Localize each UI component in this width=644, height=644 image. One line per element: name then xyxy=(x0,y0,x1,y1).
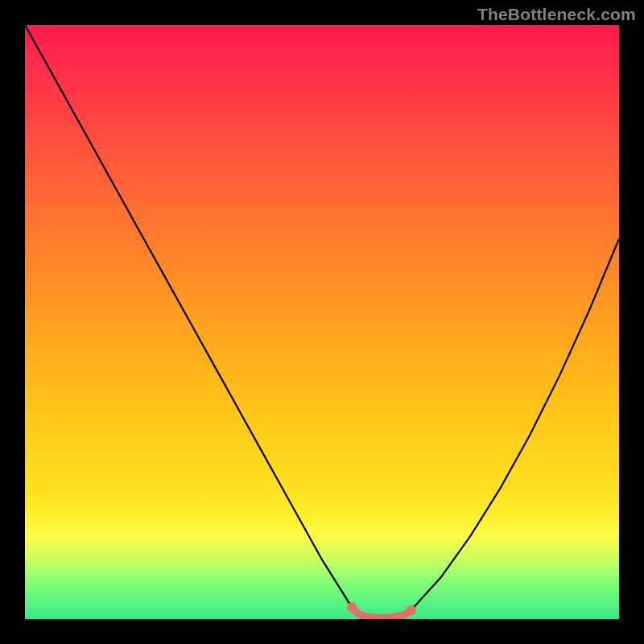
plot-area xyxy=(25,25,619,619)
chart-frame: TheBottleneck.com xyxy=(0,0,644,644)
optimal-range-start-dot xyxy=(347,602,357,612)
optimal-range-end-dot xyxy=(407,605,416,615)
chart-svg xyxy=(25,25,619,619)
optimal-range-segment xyxy=(352,607,411,617)
bottleneck-curve xyxy=(25,25,619,618)
watermark-text: TheBottleneck.com xyxy=(477,5,636,24)
